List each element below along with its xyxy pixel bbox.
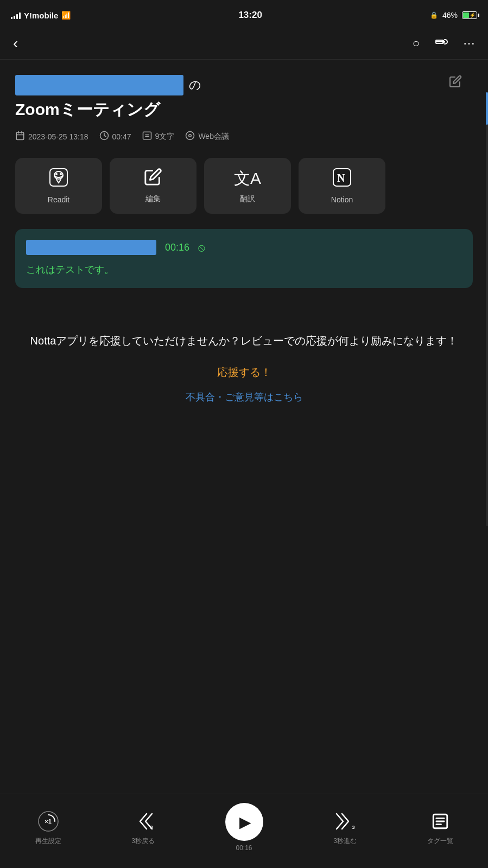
main-content: の Zoomミーティング 2023-05-25 13:18: [0, 60, 488, 425]
meta-chars: 9文字: [142, 131, 175, 143]
status-time: 13:20: [238, 10, 262, 21]
category-value: Web会議: [198, 132, 229, 142]
play-btn-circle[interactable]: ▶: [225, 803, 263, 841]
video-icon: [185, 131, 195, 143]
promo-support-button[interactable]: 応援する！: [26, 365, 462, 380]
text-icon: [142, 131, 152, 143]
meta-date: 2023-05-25 13:18: [15, 131, 88, 143]
edit-icon: [144, 168, 162, 190]
of-particle: の: [189, 77, 201, 93]
search-button[interactable]: ○: [413, 36, 420, 50]
transcript-text: これはテストです。: [26, 263, 462, 277]
status-bar: Y!mobile 📶 13:20 🔒 46% ⚡: [0, 0, 488, 27]
carrier-info: Y!mobile 📶: [11, 11, 71, 20]
meta-info: 2023-05-25 13:18 00:47 9文字: [15, 131, 473, 143]
tags-button[interactable]: タグ一覧: [427, 809, 453, 846]
title-section: の Zoomミーティング: [15, 75, 473, 120]
transcript-timestamp: 00:16: [165, 242, 189, 253]
promo-feedback-button[interactable]: 不具合・ご意見等はこちら: [26, 391, 462, 404]
meta-category: Web会議: [185, 131, 229, 143]
playback-controls: ×1 再生設定 3 3秒戻る ▶ 00:16: [0, 803, 488, 852]
notion-button[interactable]: N Notion: [299, 158, 385, 214]
svg-point-10: [189, 135, 192, 137]
transcript-header: 00:16 ⦸: [26, 240, 462, 255]
play-time: 00:16: [236, 844, 252, 852]
clock-icon: [99, 131, 109, 143]
rewind-label: 3秒戻る: [131, 837, 155, 846]
share-button[interactable]: [435, 35, 448, 51]
edit-title-icon[interactable]: [449, 75, 462, 91]
meeting-title: Zoomミーティング: [15, 99, 473, 120]
readit-icon: [49, 168, 68, 191]
waveform-icon: ⦸: [198, 241, 205, 254]
forward-label: 3秒進む: [333, 837, 357, 846]
wifi-icon: 📶: [61, 11, 71, 20]
action-buttons: Readit 編集 文A 翻訳 N Not: [15, 158, 473, 214]
notion-icon: N: [332, 168, 352, 191]
nav-actions: ○ ⋯: [413, 35, 475, 51]
play-button[interactable]: ▶ 00:16: [225, 803, 263, 852]
transcript-card: 00:16 ⦸ これはテストです。: [15, 229, 473, 288]
calendar-icon: [15, 131, 25, 143]
playback-speed-button[interactable]: ×1 再生設定: [35, 809, 61, 846]
back-button[interactable]: ‹: [13, 35, 18, 52]
promo-message: Nottaアプリを応援していただけませんか？レビューでの応援が何より励みになりま…: [26, 331, 462, 350]
rewind-button[interactable]: 3 3秒戻る: [131, 809, 155, 846]
speed-label: 再生設定: [35, 837, 61, 846]
speaker-highlight: [26, 240, 156, 255]
svg-text:N: N: [337, 172, 345, 184]
duration-value: 00:47: [112, 132, 131, 141]
readit-label: Readit: [48, 195, 69, 204]
edit-label: 編集: [145, 194, 161, 204]
nav-bar: ‹ ○ ⋯: [0, 27, 488, 60]
svg-point-14: [60, 173, 62, 175]
translate-icon: 文A: [234, 168, 261, 190]
feedback-label: 不具合・ご意見等はこちら: [186, 392, 303, 403]
translate-button[interactable]: 文A 翻訳: [204, 158, 291, 214]
notion-label: Notion: [331, 195, 353, 204]
readit-button[interactable]: Readit: [15, 158, 102, 214]
signal-icon: [11, 11, 21, 19]
promo-section: Nottaアプリを応援していただけませんか？レビューでの応援が何より励みになりま…: [15, 310, 473, 425]
bottom-bar: ×1 再生設定 3 3秒戻る ▶ 00:16: [0, 794, 488, 868]
carrier-name: Y!mobile: [24, 11, 58, 20]
date-value: 2023-05-25 13:18: [28, 132, 88, 141]
tags-label: タグ一覧: [427, 837, 453, 846]
svg-rect-6: [143, 132, 151, 139]
forward-button[interactable]: 3 3秒進む: [333, 809, 357, 846]
lock-icon: 🔒: [430, 11, 438, 19]
svg-point-9: [186, 132, 194, 140]
title-highlight: [15, 75, 183, 95]
battery-percent: 46%: [442, 11, 458, 20]
play-icon: ▶: [239, 813, 251, 831]
char-count-value: 9文字: [155, 132, 175, 142]
svg-rect-1: [16, 132, 24, 140]
battery-info: 🔒 46% ⚡: [430, 11, 477, 20]
svg-point-13: [55, 173, 58, 175]
edit-button[interactable]: 編集: [110, 158, 197, 214]
more-button[interactable]: ⋯: [463, 36, 475, 50]
battery-icon: ⚡: [462, 11, 477, 19]
translate-label: 翻訳: [240, 194, 255, 204]
meta-duration: 00:47: [99, 131, 131, 143]
speed-value: ×1: [45, 818, 52, 825]
